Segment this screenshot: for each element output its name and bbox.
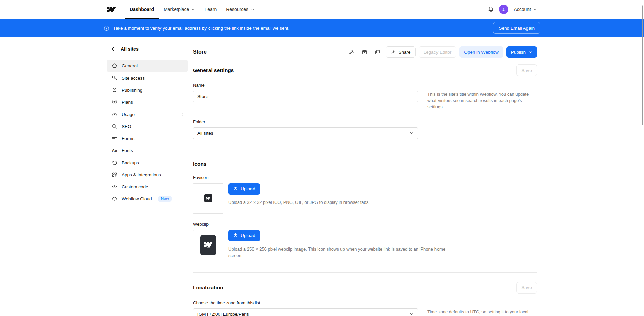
nav-link-dashboard[interactable]: Dashboard — [125, 0, 159, 19]
folder-label: Folder — [193, 119, 418, 124]
nav-link-learn[interactable]: Learn — [200, 0, 221, 19]
webclip-webflow-logo-icon — [200, 235, 216, 255]
notifications-bell-icon[interactable] — [488, 6, 494, 12]
chevron-down-icon — [251, 8, 255, 11]
nav-link-label: Learn — [204, 7, 217, 12]
chevron-down-icon — [410, 312, 414, 316]
share-label: Share — [399, 50, 411, 55]
sidebar-item-label: Publishing — [122, 88, 142, 93]
settings-content: Store Share Legacy Editor Open in Webflo… — [193, 46, 537, 316]
sidebar-item-label: Plans — [122, 100, 133, 105]
sidebar-item-label: Custom code — [122, 184, 148, 189]
section-divider — [193, 151, 537, 151]
nav-link-resources[interactable]: Resources — [221, 0, 259, 19]
sidebar-item-webflow-cloud[interactable]: Webflow Cloud New — [107, 193, 188, 205]
duplicate-icon[interactable] — [373, 47, 383, 57]
back-to-all-sites[interactable]: All sites — [107, 46, 188, 52]
publish-label: Publish — [511, 50, 526, 55]
nav-link-marketplace[interactable]: Marketplace — [159, 0, 200, 19]
folder-select[interactable]: All sites — [193, 127, 418, 139]
sidebar-item-label: Site access — [122, 76, 145, 81]
favicon-upload-button[interactable]: Upload — [228, 183, 260, 195]
chevron-down-icon — [410, 131, 414, 135]
save-button-localization[interactable]: Save — [516, 282, 537, 294]
sidebar-item-label: SEO — [122, 124, 131, 129]
account-label: Account — [514, 7, 531, 12]
localization-heading: Localization — [193, 285, 223, 291]
webflow-logo-icon[interactable] — [107, 0, 116, 19]
name-help-text: This is the site's title within Webflow.… — [427, 83, 537, 110]
sidebar-item-label: Backups — [122, 160, 139, 165]
site-toolbar: Share Legacy Editor Open in Webflow Publ… — [347, 46, 537, 58]
webclip-upload-button[interactable]: Upload — [228, 230, 260, 241]
name-label: Name — [193, 83, 418, 88]
webclip-preview — [193, 230, 223, 260]
chevron-down-icon — [533, 8, 537, 11]
sidebar-item-site-access[interactable]: Site access — [107, 72, 188, 84]
general-settings-heading: General settings — [193, 67, 234, 73]
favicon-label: Favicon — [193, 175, 537, 180]
nav-link-label: Dashboard — [130, 7, 154, 12]
timezone-label: Choose the time zone from this list — [193, 300, 418, 305]
info-icon — [104, 25, 109, 31]
legacy-editor-button[interactable]: Legacy Editor — [419, 46, 457, 58]
sidebar-item-backups[interactable]: Backups — [107, 156, 188, 169]
chevron-down-icon — [191, 8, 195, 11]
share-button[interactable]: Share — [386, 46, 416, 58]
new-badge: New — [158, 196, 172, 202]
archive-icon[interactable] — [360, 47, 370, 57]
gauge-icon — [111, 111, 117, 117]
favicon-webflow-logo-icon — [204, 194, 212, 202]
vertical-scrollbar[interactable] — [642, 5, 643, 125]
section-divider — [193, 272, 537, 273]
share-arrow-icon — [391, 50, 396, 55]
chevron-right-icon — [181, 112, 184, 116]
sidebar-menu: General Site access Publishing Plans Usa… — [107, 60, 188, 205]
history-icon — [111, 160, 117, 166]
favicon-preview — [193, 183, 223, 214]
send-email-again-button[interactable]: Send Email Again — [493, 22, 540, 34]
sidebar-item-seo[interactable]: SEO — [107, 120, 188, 132]
avatar[interactable]: J. — [499, 5, 508, 14]
cloud-icon — [111, 196, 117, 202]
sidebar-item-plans[interactable]: Plans — [107, 96, 188, 108]
upload-label: Upload — [241, 186, 255, 191]
sidebar-item-apps-integrations[interactable]: Apps & Integrations — [107, 169, 188, 181]
transfer-site-icon[interactable] — [347, 47, 357, 57]
sidebar-item-label: Forms — [122, 136, 134, 141]
Aa-glyph-icon: Aa — [111, 148, 117, 153]
sidebar-item-label: Webflow Cloud — [122, 196, 152, 201]
nav-link-label: Resources — [226, 7, 248, 12]
banner-message: Take a moment to verify your email addre… — [113, 26, 289, 31]
folder-selected-value: All sites — [197, 131, 213, 136]
open-in-webflow-button[interactable]: Open in Webflow — [459, 46, 503, 58]
key-icon — [111, 75, 117, 81]
nav-link-label: Marketplace — [164, 7, 189, 12]
publish-button[interactable]: Publish — [506, 46, 537, 58]
upload-label: Upload — [241, 233, 255, 238]
sidebar-item-publishing[interactable]: Publishing — [107, 84, 188, 96]
sidebar-item-label: Apps & Integrations — [122, 172, 161, 177]
sidebar-item-label: Usage — [122, 112, 135, 117]
code-icon — [111, 184, 117, 190]
top-nav: Dashboard Marketplace Learn Resources J.… — [0, 0, 644, 19]
sidebar-item-fonts[interactable]: Aa Fonts — [107, 144, 188, 156]
sidebar-item-custom-code[interactable]: Custom code — [107, 181, 188, 193]
account-menu[interactable]: Account — [514, 7, 537, 12]
sidebar-item-label: Fonts — [122, 148, 133, 153]
timezone-select[interactable]: [GMT+2:00] Europe/Paris — [193, 308, 418, 316]
site-name-input[interactable] — [193, 91, 418, 102]
upload-icon — [233, 186, 238, 191]
upload-icon — [233, 233, 238, 238]
settings-sidebar: All sites General Site access Publishing… — [107, 46, 188, 316]
nav-links: Dashboard Marketplace Learn Resources — [125, 0, 259, 19]
sidebar-item-forms[interactable]: Forms — [107, 132, 188, 144]
webclip-label: Webclip — [193, 222, 537, 227]
favicon-help-text: Upload a 32 × 32 pixel ICO, PNG, GIF, or… — [228, 199, 446, 206]
sidebar-item-usage[interactable]: Usage — [107, 108, 188, 120]
sidebar-item-general[interactable]: General — [107, 60, 188, 72]
save-button-general[interactable]: Save — [516, 64, 537, 76]
chevron-down-icon — [528, 50, 532, 54]
webclip-help-text: Upload a 256 × 256 pixel webclip image. … — [228, 246, 446, 259]
back-label: All sites — [121, 46, 139, 52]
